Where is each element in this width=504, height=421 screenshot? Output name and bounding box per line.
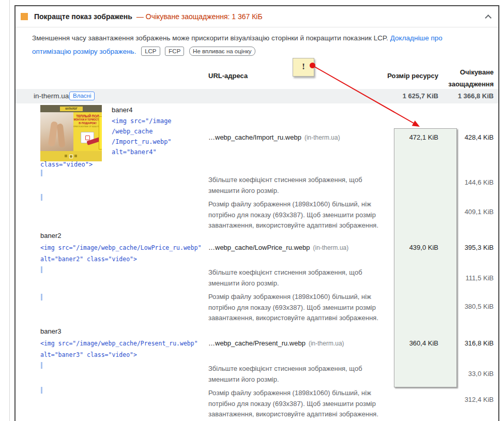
size-column-highlight (394, 128, 457, 387)
text-cursor-mark (41, 266, 42, 273)
thumb-banner-line4: ПРИ ПОКУПКЕ ОТ 6000 ГРН. (73, 125, 102, 128)
entry-url[interactable]: …webp_cache/Present_ru.webp (208, 339, 306, 347)
entry-url-cell[interactable]: …webp_cache/Import_ru.webp(in-therm.ua) (208, 133, 340, 141)
carousel-dot (74, 155, 77, 157)
entry-url-origin: (in-therm.ua) (309, 340, 344, 347)
thumb-catalog-button: КАТАЛОГ (60, 107, 83, 111)
entry-url-origin: (in-therm.ua) (313, 244, 349, 251)
text-cursor-mark (41, 387, 42, 394)
origin-summary-row: in-therm.ua Власні 1 625,7 KiB 1 366,8 K… (16, 89, 498, 103)
thumb-highlight-strip (99, 116, 102, 149)
sub-audit-text: Збільште коефіцієнт стиснення зображення… (208, 175, 362, 196)
entry-code-snippet: <img src="/image/webp_cache/LowPrice_ru.… (40, 242, 202, 265)
chip-lcp: LCP (141, 47, 160, 56)
sub-savings-value: 144,6 KiB (418, 178, 494, 186)
annotation-anchor-dot (310, 63, 315, 68)
entry-savings-value: 316,8 KiB (418, 339, 494, 347)
column-header-url: URL-адреса (208, 72, 248, 80)
column-header-savings: Очікуване заощадження (416, 66, 494, 90)
entry-label: baner2 (40, 232, 61, 239)
sub-audit-text: Розмір файлу зображення (1898x1060) біль… (208, 199, 378, 231)
thumb-site-header: КАТАЛОГ (40, 105, 102, 112)
carousel-dot (69, 155, 73, 158)
sub-savings-value: 380,5 KiB (418, 303, 494, 310)
carousel-dot (65, 155, 67, 157)
sub-savings-value: 111,5 KiB (418, 274, 494, 282)
thumb-banner-area: ТЕПЛЫЙ ПОЛ МОНТАЖ И ТЕРМОСТАТ В ПОДАРОК!… (73, 112, 102, 151)
text-cursor-mark (41, 170, 42, 176)
thumb-banner-line1: ТЕПЛЫЙ ПОЛ (73, 114, 102, 118)
entry-url[interactable]: …webp_cache/LowPrice_ru.webp (208, 244, 310, 251)
entry-code-snippet: class="video"> (40, 159, 93, 170)
sub-audit-text: Збільште коефіцієнт стиснення зображення… (208, 267, 362, 289)
audit-title: Покращте показ зображень (34, 12, 132, 21)
entry-url[interactable]: …webp_cache/Import_ru.webp (208, 133, 301, 141)
text-cursor-mark (41, 294, 42, 300)
audit-description: Зменшення часу завантаження зображень мо… (32, 32, 472, 58)
entry-url-origin: (in-therm.ua) (304, 134, 340, 141)
sub-savings-value: 409,1 KiB (418, 208, 494, 216)
text-cursor-mark (41, 194, 42, 201)
page-left-divider (9, 0, 10, 421)
origin-name: in-therm.ua (34, 92, 69, 100)
sub-savings-value: 33,0 KiB (418, 370, 494, 378)
chevron-up-icon[interactable] (486, 14, 491, 19)
summary-savings: 1 366,8 KiB (418, 92, 494, 100)
audit-screen: Покращте показ зображень— Очікуване заощ… (0, 0, 504, 421)
sub-audit-text: Розмір файлу зображення (1898x1060) біль… (208, 292, 378, 324)
entry-label: baner3 (40, 327, 61, 335)
chip-fcp: FCP (165, 47, 184, 56)
description-text: Зменшення часу завантаження зображень мо… (32, 34, 388, 42)
text-cursor-mark (41, 362, 42, 369)
sub-savings-value: 312,4 KiB (418, 396, 494, 403)
entry-code-snippet: <img src="/image /webp_cache /Import_ru.… (112, 116, 172, 157)
orange-square-icon (21, 13, 28, 20)
audit-header-row[interactable]: Покращте показ зображень— Очікуване заощ… (16, 6, 498, 27)
audit-savings-label: — Очікуване заощадження: 1 367 КіБ (136, 12, 263, 21)
chip-no-score-impact: Не впливає на оцінку (189, 47, 255, 56)
first-party-badge: Власні (69, 92, 95, 100)
thumb-banner-line3: В ПОДАРОК! (73, 122, 102, 125)
entry-savings-value: 428,4 KiB (418, 133, 494, 141)
entry-url-cell[interactable]: …webp_cache/LowPrice_ru.webp(in-therm.ua… (208, 244, 348, 251)
entry-label: baner4 (112, 106, 132, 114)
entry-url-cell[interactable]: …webp_cache/Present_ru.webp(in-therm.ua) (208, 339, 344, 347)
entry-code-snippet: <img src="/image/webp_cache/Present_ru.w… (40, 338, 198, 360)
sub-audit-text: Збільште коефіцієнт стиснення зображення… (208, 364, 362, 385)
thumb-photo-area (40, 112, 73, 151)
entry-savings-value: 395,3 KiB (418, 244, 494, 251)
sub-audit-text: Розмір файлу зображення (1898x1060) біль… (208, 388, 378, 420)
header-divider (16, 27, 498, 27)
image-thumbnail-baner4: КАТАЛОГ ТЕПЛЫЙ ПОЛ МОНТАЖ И ТЕРМОСТАТ В … (40, 105, 102, 161)
